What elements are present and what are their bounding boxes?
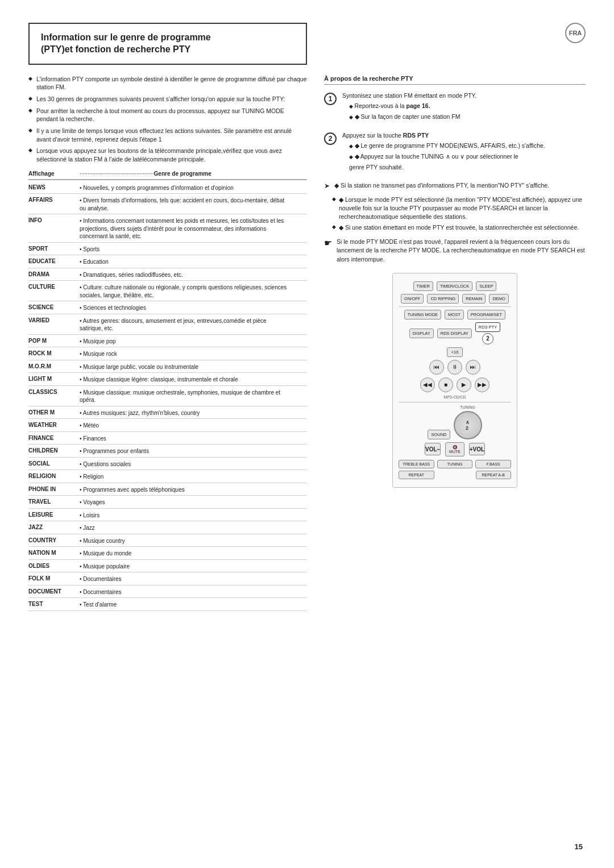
btn-fbass[interactable]: F.BASS	[475, 460, 511, 468]
step-2-block: 2 Appuyez sur la touche RDS PTY ◆ Le gen…	[324, 131, 586, 174]
btn-sleep[interactable]: SLEEP	[476, 281, 496, 291]
row-label-leisure: LEISURE	[28, 510, 80, 518]
note-arrow-block: ➤ ◆ Si la station ne transmet pas d'info…	[324, 181, 586, 190]
col-dots: ········································…	[80, 171, 154, 177]
btn-sound[interactable]: SOUND	[428, 430, 450, 439]
remote-row-plus10: +10	[399, 347, 511, 357]
btn-ff[interactable]: ▶▶	[475, 377, 489, 392]
step-1-text2: Reportez-vous à la page 16.	[342, 102, 586, 110]
btn-pause[interactable]: ⏸	[447, 360, 462, 375]
row-desc-3: • Sports	[80, 244, 290, 254]
tuning-dial-block: TUNING ∧2	[454, 405, 482, 439]
btn-remain[interactable]: REMAIN	[462, 294, 486, 304]
step-circle-2a: 2	[482, 333, 493, 344]
right-column: À propos de la recherche PTY 1 Syntonise…	[324, 75, 586, 611]
btn-demo[interactable]: DEMO	[489, 294, 509, 304]
btn-plus10[interactable]: +10	[447, 347, 463, 357]
table-row: INFO• Informations concernant notamment …	[28, 214, 307, 243]
intro-bullet-1: L'information PTY comporte un symbole de…	[28, 75, 307, 92]
btn-repeat-ab[interactable]: REPEAT A-B	[476, 471, 512, 479]
btn-tuningmode[interactable]: TUNING MODE	[404, 310, 441, 319]
note-2-block: ◆ ◆ Lorsque le mode PTY est sélectionné …	[324, 196, 586, 232]
btn-vol-plus[interactable]: +VOL	[469, 443, 485, 455]
table-row: CLASSICS• Musique classique: musique orc…	[28, 386, 307, 406]
main-title: Information sur le genre de programme (P…	[41, 32, 294, 56]
row-label-religion: RELIGION	[28, 472, 80, 479]
step-2-text4: genre PTY souhaité.	[342, 163, 586, 172]
main-title-box: Information sur le genre de programme (P…	[28, 23, 307, 65]
step-1-text3: ◆ Sur la façon de capter une station FM	[342, 113, 586, 121]
btn-tuning2[interactable]: TUNING	[437, 460, 473, 468]
table-rows: NEWS• Nouvelles, y compris programmes d'…	[28, 181, 307, 611]
intro-bullet-2: Les 30 genres de programmes suivants peu…	[28, 95, 307, 103]
row-label-other-m: OTHER M	[28, 408, 80, 416]
left-column: L'information PTY comporte un symbole de…	[28, 75, 307, 611]
btn-rdsdisplay[interactable]: RDS DISPLAY	[437, 329, 472, 338]
row-desc-29: • Test d'alarme	[80, 600, 290, 609]
table-row: AFFAIRS• Divers formats d'informations, …	[28, 194, 307, 214]
row-label-drama: DRAMA	[28, 270, 80, 277]
row-desc-8: • Autres genres: discours, amusement et …	[80, 316, 290, 333]
row-label-light-m: LIGHT M	[28, 375, 80, 382]
remote-transport-2: ◀◀ ■ ▶ ▶▶	[399, 377, 511, 392]
row-desc-15: • Météo	[80, 421, 290, 430]
page-container: FRA Information sur le genre de programm…	[0, 0, 614, 868]
step-1-block: 1 Syntonisez une station FM émettant en …	[324, 92, 586, 123]
intro-bullet-5: Lorsque vous appuyez sur les boutons de …	[28, 147, 307, 163]
note-text: ◆ Si la station ne transmet pas d'inform…	[334, 181, 549, 190]
intro-bullets: L'information PTY comporte un symbole de…	[28, 75, 307, 164]
table-row: FINANCE• Finances	[28, 432, 307, 445]
tuning-dial[interactable]: ∧2	[454, 411, 482, 439]
btn-next[interactable]: ⏭	[466, 360, 480, 375]
row-desc-14: • Autres musiques: jazz, rhythm'n'blues,…	[80, 408, 290, 417]
row-label-oldies: OLDIES	[28, 562, 80, 569]
col-genre-header: Genre de programme	[154, 171, 307, 177]
row-label-children: CHILDREN	[28, 446, 80, 454]
remote-box: TIMER TIMER/CLOCK SLEEP ON/OFF CD RIPPIN…	[392, 273, 517, 488]
btn-prev[interactable]: ⏮	[429, 360, 444, 375]
table-row: OLDIES• Musique populaire	[28, 560, 307, 573]
row-label-document: DOCUMENT	[28, 587, 80, 595]
btn-stop[interactable]: ■	[438, 377, 453, 392]
btn-most[interactable]: MOST	[445, 310, 464, 319]
btn-repeat[interactable]: REPEAT	[399, 471, 434, 479]
btn-timerclock[interactable]: TIMER/CLOCK	[437, 281, 472, 291]
table-row: NATION M• Musique du monde	[28, 547, 307, 560]
step-2-text1: Appuyez sur la touche RDS PTY	[342, 131, 586, 140]
row-desc-24: • Musique country	[80, 536, 290, 545]
row-desc-0: • Nouvelles, y compris programmes d'info…	[80, 183, 290, 192]
table-row: LEISURE• Loisirs	[28, 509, 307, 522]
step-2-text2: ◆ Le genre de programme PTY MODE(NEWS, A…	[342, 142, 586, 150]
table-row: COUNTRY• Musique country	[28, 534, 307, 547]
intro-bullet-4: Il y a une limite de temps lorsque vous …	[28, 127, 307, 143]
btn-mute[interactable]: 🔇MUTE	[445, 442, 464, 456]
row-label-test: TEST	[28, 600, 80, 607]
table-row: RELIGION• Religion	[28, 470, 307, 483]
btn-vol-minus[interactable]: VOL–	[425, 443, 441, 455]
col-affichage-header: Affichage	[28, 171, 80, 177]
btn-cdripping[interactable]: CD RIPPING	[427, 294, 459, 304]
btn-play[interactable]: ▶	[457, 377, 471, 392]
table-row: NEWS• Nouvelles, y compris programmes d'…	[28, 181, 307, 194]
row-desc-28: • Documentaires	[80, 587, 290, 596]
step-2-text3: ◆ Appuyez sur la touche TUNING ∧ ou ∨ po…	[342, 152, 586, 161]
program-table: Affichage ······························…	[28, 171, 307, 611]
table-row: SOCIAL• Questions sociales	[28, 458, 307, 471]
caution-icon: ☛	[324, 238, 332, 264]
btn-rew[interactable]: ◀◀	[420, 377, 435, 392]
btn-rdspty-group: RDS PTY 2	[475, 322, 501, 344]
row-label-culture: CULTURE	[28, 283, 80, 290]
step-2-content: Appuyez sur la touche RDS PTY ◆ Le genre…	[342, 131, 586, 174]
btn-treble[interactable]: TREBLE BASS	[399, 460, 434, 468]
btn-timer[interactable]: TIMER	[413, 281, 433, 291]
btn-programset[interactable]: PROGRAM/SET	[467, 310, 505, 319]
btn-display[interactable]: DISPLAY	[409, 329, 434, 338]
fra-badge: FRA	[565, 23, 586, 43]
row-label-pop-m: POP M	[28, 337, 80, 344]
remote-divider-2	[399, 402, 511, 402]
btn-rdspty[interactable]: RDS PTY	[475, 322, 501, 332]
btn-onoff[interactable]: ON/OFF	[401, 294, 424, 304]
row-label-travel: TRAVEL	[28, 497, 80, 505]
row-label-folk-m: FOLK M	[28, 574, 80, 582]
vol-row: VOL– 🔇MUTE +VOL	[399, 442, 511, 456]
